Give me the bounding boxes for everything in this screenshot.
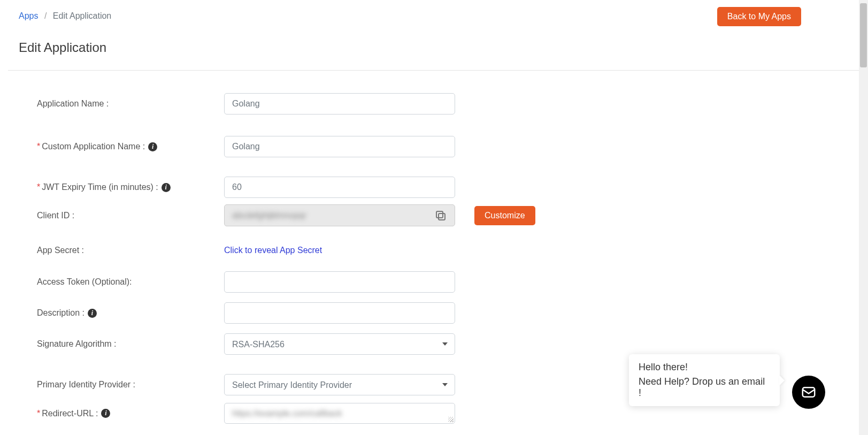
signature-algorithm-label: Signature Algorithm : bbox=[37, 339, 224, 349]
redirect-url-label: Redirect-URL : bbox=[42, 409, 98, 418]
redirect-url-input[interactable]: https://example.com/callback bbox=[224, 403, 455, 424]
client-id-masked-value: abcdefghijklmnopqr bbox=[232, 211, 434, 220]
custom-application-name-label: Custom Application Name : bbox=[42, 142, 145, 151]
description-input[interactable] bbox=[224, 302, 455, 324]
access-token-label: Access Token (Optional): bbox=[37, 277, 224, 287]
help-tooltip-line1: Hello there! bbox=[639, 362, 770, 373]
customize-button[interactable]: Customize bbox=[474, 206, 535, 225]
redirect-url-masked-value: https://example.com/callback bbox=[232, 409, 342, 418]
vertical-scrollbar[interactable] bbox=[859, 0, 868, 435]
info-icon[interactable]: i bbox=[162, 183, 171, 192]
svg-rect-1 bbox=[436, 211, 443, 218]
mail-icon bbox=[801, 384, 817, 400]
client-id-label: Client ID : bbox=[37, 211, 224, 220]
jwt-expiry-input[interactable] bbox=[224, 177, 455, 198]
resize-handle-icon[interactable] bbox=[448, 417, 454, 422]
client-id-field: abcdefghijklmnopqr bbox=[224, 204, 455, 226]
description-label: Description : bbox=[37, 308, 85, 318]
info-icon[interactable]: i bbox=[88, 309, 97, 318]
page-title: Edit Application bbox=[19, 40, 849, 55]
jwt-expiry-label: JWT Expiry Time (in minutes) : bbox=[42, 182, 158, 192]
required-marker: * bbox=[37, 409, 40, 418]
scrollbar-thumb[interactable] bbox=[860, 3, 867, 67]
help-tooltip: Hello there! Need Help? Drop us an email… bbox=[629, 354, 780, 406]
tooltip-arrow-icon bbox=[779, 375, 785, 386]
application-name-label: Application Name : bbox=[37, 99, 224, 109]
breadcrumb-apps-link[interactable]: Apps bbox=[19, 11, 38, 20]
copy-icon[interactable] bbox=[434, 209, 447, 222]
breadcrumb-separator: / bbox=[44, 11, 47, 20]
help-chat-button[interactable] bbox=[792, 376, 825, 409]
required-marker: * bbox=[37, 182, 40, 192]
info-icon[interactable]: i bbox=[101, 409, 110, 418]
primary-identity-provider-label: Primary Identity Provider : bbox=[37, 380, 224, 390]
custom-application-name-input[interactable] bbox=[224, 136, 455, 157]
primary-identity-provider-select[interactable]: Select Primary Identity Provider bbox=[224, 374, 455, 395]
back-to-my-apps-button[interactable]: Back to My Apps bbox=[717, 7, 801, 26]
access-token-input[interactable] bbox=[224, 271, 455, 293]
breadcrumb-current: Edit Application bbox=[53, 11, 111, 20]
help-tooltip-line2: Need Help? Drop us an email ! bbox=[639, 376, 770, 399]
signature-algorithm-select[interactable]: RSA-SHA256 bbox=[224, 333, 455, 355]
section-divider bbox=[8, 70, 860, 71]
reveal-app-secret-link[interactable]: Click to reveal App Secret bbox=[224, 246, 322, 255]
breadcrumb: Apps / Edit Application bbox=[19, 7, 111, 21]
application-name-input bbox=[224, 93, 455, 115]
svg-rect-2 bbox=[803, 387, 815, 397]
app-secret-label: App Secret : bbox=[37, 246, 224, 255]
info-icon[interactable]: i bbox=[148, 142, 157, 151]
required-marker: * bbox=[37, 142, 40, 151]
svg-rect-0 bbox=[439, 213, 445, 220]
